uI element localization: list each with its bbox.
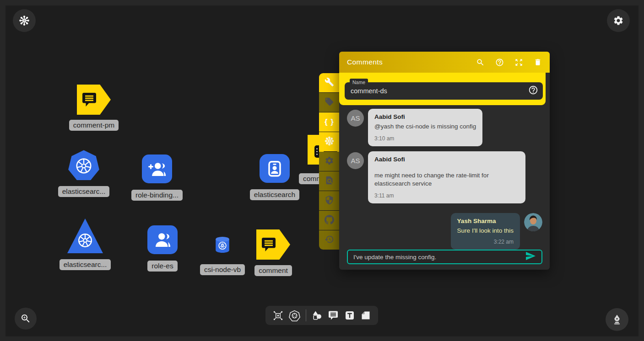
chat-message: AS Aabid Sofi @yash the csi-node is miss… [347,109,542,146]
message-author: Aabid Sofi [374,113,476,121]
node-elasticsearch[interactable]: elasticsearch [249,154,300,200]
tag-icon [325,97,334,108]
node-action-toolbar: { } [319,73,340,250]
storage-cylinder-icon [215,236,230,255]
help-circle-icon[interactable] [528,85,538,97]
comment-shape-icon [256,229,290,260]
configure-wrench-button[interactable] [319,73,340,92]
braces-icon: { } [325,117,334,127]
bottom-tools-dock [265,306,378,325]
node-label: elasticsearc... [58,186,110,197]
panel-title: Comments [347,58,476,66]
delete-icon[interactable] [534,58,542,66]
chat-message: Yash Sharma Sure I'll look into this 3:2… [347,213,542,250]
settings-button-toolbar[interactable] [319,152,340,171]
message-text: Sure I'll look into this [457,227,514,235]
text-tool-icon[interactable] [344,310,355,321]
name-input[interactable] [351,87,528,95]
zoom-in-icon [20,313,31,324]
message-time: 3:10 am [374,134,476,143]
chat-thread[interactable]: AS Aabid Sofi @yash the csi-node is miss… [339,105,550,270]
avatar: AS [347,152,364,169]
comment-tool-icon[interactable] [328,310,339,321]
node-label: csi-node-vb [200,264,245,275]
node-comment[interactable]: comment [248,229,298,276]
node-label: elasticsearc... [60,259,111,270]
expand-icon[interactable] [514,58,523,67]
comments-panel-header[interactable]: Comments [339,52,550,73]
node-elasticsearch-triangle[interactable]: elasticsearc... [60,218,111,270]
send-icon[interactable] [525,250,536,263]
service-account-icon [260,154,290,183]
gear-icon [325,156,334,167]
node-label: role-es [147,261,177,272]
node-label: elasticsearch [250,189,299,200]
github-icon [325,215,334,226]
comments-panel: Comments Name AS Aabid Sofi @yash the cs… [339,52,550,270]
message-text: me might need to change the rate-limit f… [374,171,519,188]
pen-tool-button[interactable] [606,308,628,331]
doc-search-icon [325,176,334,187]
message-text: @yash the csi-node is missing config [374,123,476,131]
message-time: 3:11 am [374,192,519,200]
node-elasticsearch-heptagon[interactable]: elasticsearc... [59,149,109,197]
node-csi-node-vb[interactable]: csi-node-vb [197,236,248,275]
kubernetes-flower-icon [324,136,335,148]
json-braces-button[interactable]: { } [319,112,340,132]
app-logo-flower-icon [18,15,30,27]
chat-message: AS Aabid Sofi me might need to change th… [347,151,542,203]
name-field-wrap: Name [345,82,543,100]
history-button[interactable] [319,230,340,250]
shield-icon [325,195,334,207]
message-input[interactable] [353,254,525,261]
avatar: AS [347,110,364,127]
settings-gear-icon [613,15,624,26]
message-bubble: Aabid Sofi me might need to change the r… [368,151,525,203]
help-icon[interactable] [495,58,504,67]
role-icon [147,225,178,254]
github-button[interactable] [319,211,340,230]
message-time: 3:22 am [457,238,514,246]
node-label: comment-pm [69,120,119,131]
message-composer [347,250,542,264]
avatar-photo [524,213,542,231]
message-author: Aabid Sofi [374,155,519,164]
kubernetes-triangle-icon [67,218,103,253]
history-clock-icon [325,234,334,246]
app-logo-button[interactable] [13,9,36,32]
message-bubble: Aabid Sofi @yash the csi-node is missing… [368,109,482,146]
node-label: comment [254,265,292,276]
message-author: Yash Sharma [457,217,514,225]
node-label: role-binding... [131,190,183,201]
comment-shape-icon [77,85,111,115]
settings-button[interactable] [607,9,630,32]
dock-divider [306,309,306,321]
design-circuit-icon[interactable] [272,310,284,321]
wrench-icon [325,77,334,89]
name-section: Name [339,73,546,105]
image-tool-icon[interactable] [360,310,371,321]
node-role-binding[interactable]: role-binding... [131,155,183,201]
kubernetes-heptagon-icon [67,149,100,182]
message-bubble: Yash Sharma Sure I'll look into this 3:2… [451,213,520,250]
shapes-icon[interactable] [311,310,323,321]
security-shield-button[interactable] [319,191,340,210]
inspect-doc-button[interactable] [319,171,340,191]
role-binding-icon [142,155,172,183]
pen-nib-icon [611,314,623,325]
kubernetes-button[interactable] [319,132,340,151]
node-comment-pm[interactable]: comment-pm [69,85,119,131]
search-icon[interactable] [476,58,485,67]
name-field-label: Name [350,79,368,85]
toolbar-drag-handle[interactable] [314,145,319,158]
zoom-button[interactable] [15,308,37,330]
tag-button[interactable] [319,93,340,112]
node-role-es[interactable]: role-es [137,225,188,272]
kubernetes-dock-icon[interactable] [289,310,300,321]
